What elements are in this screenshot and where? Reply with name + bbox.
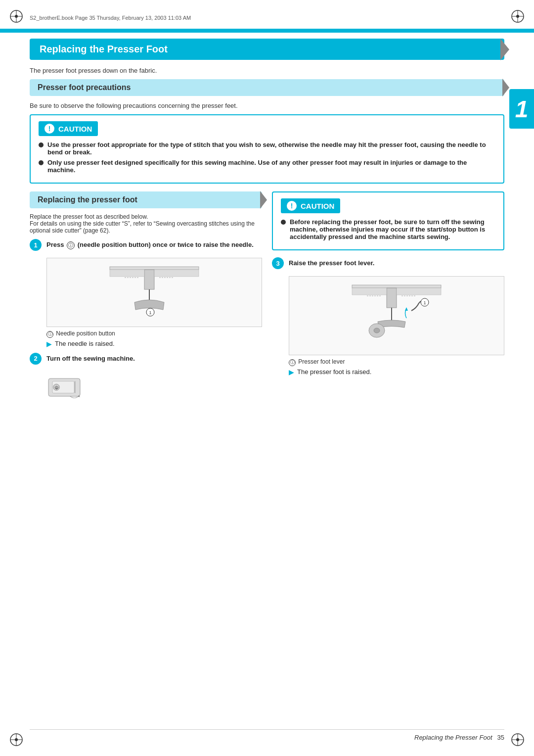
bullet-1 bbox=[39, 142, 44, 147]
caution-item-right-1: Before replacing the presser foot, be su… bbox=[281, 218, 495, 240]
top-stripe bbox=[0, 29, 534, 33]
presser-foot-intro: Replace the presser foot as described be… bbox=[30, 213, 262, 234]
chapter-number: 1 bbox=[515, 95, 529, 123]
presser-foot-section-title-text: Replacing the presser foot bbox=[38, 195, 137, 204]
main-content: Replacing the Presser Foot The presser f… bbox=[30, 39, 504, 726]
footer-page-number: 35 bbox=[497, 734, 504, 741]
footer-page-title: Replacing the Presser Foot bbox=[414, 734, 492, 741]
caution-item-2: Only use presser feet designed specifica… bbox=[39, 159, 495, 174]
svg-point-38 bbox=[374, 328, 380, 333]
caution-item-1: Use the presser foot appropriate for the… bbox=[39, 141, 495, 156]
svg-rect-17 bbox=[144, 270, 154, 289]
sub-section-title-text: Presser foot precautions bbox=[38, 83, 131, 92]
caution-box-top: ! CAUTION Use the presser foot appropria… bbox=[30, 114, 504, 184]
result-presser-raised: ▶ The presser foot is raised. bbox=[289, 368, 504, 376]
caution-header-right: ! CAUTION bbox=[281, 198, 340, 213]
bottom-bar: Replacing the Presser Foot 35 bbox=[30, 729, 504, 741]
step-3: 3 Raise the presser foot lever. bbox=[272, 257, 504, 269]
caution-header-top: ! CAUTION bbox=[39, 121, 98, 136]
result-needle-raised: ▶ The needle is raised. bbox=[46, 340, 262, 348]
arrow-icon-1: ▶ bbox=[46, 340, 52, 348]
caption-needle-text: Needle position button bbox=[56, 330, 115, 337]
step-2: 2 Turn off the sewing machine. bbox=[30, 353, 262, 365]
caption-presser-lever: ⓘ Presser foot lever bbox=[289, 358, 504, 366]
bullet-right-1 bbox=[281, 220, 286, 225]
result-presser-text: The presser foot is raised. bbox=[297, 368, 371, 376]
step-2-num: 2 bbox=[30, 353, 42, 365]
caution-text-1: Use the presser foot appropriate for the… bbox=[47, 141, 495, 156]
step-2-text: Turn off the sewing machine. bbox=[46, 353, 135, 363]
svg-rect-16 bbox=[110, 267, 199, 270]
caution-box-right: ! CAUTION Before replacing the presser f… bbox=[272, 191, 504, 250]
left-column: Replacing the presser foot Replace the p… bbox=[30, 191, 262, 405]
sub-section-title: Presser foot precautions bbox=[30, 79, 504, 96]
chapter-tab: 1 bbox=[509, 89, 534, 129]
step-3-text: Raise the presser foot lever. bbox=[289, 257, 374, 268]
corner-mark-bl bbox=[9, 732, 24, 747]
caption-needle-button: ⓘ Needle position button bbox=[46, 330, 262, 338]
circle-num-caption-1: ⓘ bbox=[46, 331, 53, 338]
machine-power-image: ⏻ bbox=[46, 372, 86, 401]
caution-icon-right: ! bbox=[287, 201, 297, 211]
step-1-num: 1 bbox=[30, 239, 42, 251]
svg-rect-29 bbox=[352, 285, 441, 288]
svg-rect-30 bbox=[387, 288, 397, 308]
step-1-text: Press ⓘ (needle position button) once or… bbox=[46, 239, 254, 249]
main-intro: The presser foot presses down on the fab… bbox=[30, 67, 504, 74]
corner-mark-tr bbox=[510, 9, 525, 24]
caution-header-text-top: CAUTION bbox=[58, 125, 92, 133]
caution-text-2: Only use presser feet designed specifica… bbox=[47, 159, 495, 174]
corner-mark-tl bbox=[9, 9, 24, 24]
caution-header-text-right: CAUTION bbox=[301, 202, 334, 210]
diagram-presser-lever: 1 bbox=[289, 276, 504, 355]
main-section-title-text: Replacing the Presser Foot bbox=[40, 44, 168, 55]
caution-text-right-1: Before replacing the presser foot, be su… bbox=[290, 218, 495, 240]
circle-num-needle: ⓘ bbox=[67, 241, 75, 249]
bullet-2 bbox=[39, 160, 44, 165]
main-section-title: Replacing the Presser Foot bbox=[30, 39, 504, 60]
presser-foot-section-title: Replacing the presser foot bbox=[30, 191, 262, 208]
svg-text:1: 1 bbox=[149, 310, 151, 315]
svg-text:1: 1 bbox=[423, 300, 426, 305]
sub-intro: Be sure to observe the following precaut… bbox=[30, 102, 504, 109]
svg-text:⏻: ⏻ bbox=[55, 385, 58, 389]
result-needle-text: The needle is raised. bbox=[55, 340, 115, 347]
step-3-num: 3 bbox=[272, 257, 284, 269]
arrow-icon-3: ▶ bbox=[289, 368, 294, 376]
step-1: 1 Press ⓘ (needle position button) once … bbox=[30, 239, 262, 251]
diagram-needle: 1 bbox=[46, 258, 262, 327]
right-column: ! CAUTION Before replacing the presser f… bbox=[272, 191, 504, 405]
corner-mark-br bbox=[510, 732, 525, 747]
file-info: S2_brotherE.book Page 35 Thursday, Febru… bbox=[30, 15, 191, 21]
caption-presser-text: Presser foot lever bbox=[298, 358, 345, 365]
caution-icon-top: ! bbox=[44, 124, 54, 134]
two-col-layout: Replacing the presser foot Replace the p… bbox=[30, 191, 504, 405]
svg-marker-34 bbox=[405, 307, 408, 311]
circle-num-caption-3: ⓘ bbox=[289, 359, 296, 366]
